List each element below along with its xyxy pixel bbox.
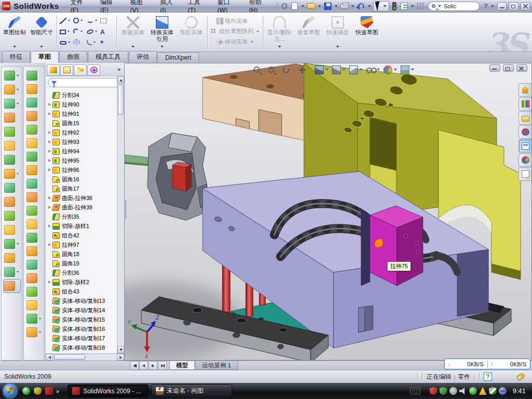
sketch-entity-dropdown[interactable] (95, 31, 97, 32)
next-tab-button[interactable] (149, 361, 157, 370)
tree-item[interactable]: 切除-放样2 (47, 277, 124, 287)
sketch-entity-dropdown[interactable] (81, 20, 83, 21)
task-pane-tab[interactable] (518, 139, 531, 153)
sketch-entity-button[interactable] (60, 15, 73, 26)
view-tool-button[interactable] (298, 65, 312, 74)
toolbar-button[interactable] (4, 83, 20, 97)
tree-item[interactable]: 拉伸95 (47, 156, 124, 165)
view-tool-dropdown[interactable] (360, 69, 363, 71)
tool-dropdown[interactable] (17, 173, 19, 175)
doc-close-button[interactable] (516, 64, 527, 72)
tree-item[interactable]: 拉伸97 (47, 240, 124, 249)
sketch-entity-button[interactable] (73, 15, 87, 26)
quick-launch-icon[interactable] (34, 387, 42, 395)
tool-dropdown[interactable] (17, 271, 19, 273)
tree-item[interactable]: 组合43 (47, 287, 124, 296)
tree-item[interactable]: 拉伸90 (47, 100, 124, 109)
expand-arrow-icon[interactable] (48, 140, 51, 143)
open-dropdown[interactable] (318, 5, 321, 7)
expand-arrow-icon[interactable] (48, 159, 51, 162)
command-dropdown[interactable] (256, 31, 259, 33)
panel-tab[interactable] (87, 64, 100, 76)
keyboard-layout-icon[interactable] (410, 388, 420, 394)
taskbar-task-button[interactable]: SolidWorks 2009 - ... (68, 384, 149, 397)
toolbar-button[interactable] (26, 69, 42, 82)
expand-arrow-icon[interactable] (48, 196, 51, 200)
undo-button[interactable] (358, 3, 364, 9)
taskbar-clock[interactable]: 9:41 (513, 387, 526, 395)
toolbar-button[interactable] (4, 97, 20, 111)
sketch-entity-dropdown[interactable] (95, 20, 97, 21)
tree-item[interactable]: 分割36 (47, 268, 124, 277)
toolbar-button[interactable] (4, 167, 20, 181)
view-tool-button[interactable] (268, 66, 280, 73)
toolbar-button[interactable] (26, 163, 42, 177)
ribbon-tab[interactable]: 特征 (2, 51, 30, 63)
tree-item[interactable]: 组合42 (47, 231, 124, 240)
command-button[interactable]: 等距实体 (177, 15, 206, 49)
toolbar-button[interactable] (26, 150, 42, 163)
scroll-down-button[interactable] (117, 346, 124, 353)
doc-restore-button[interactable] (503, 64, 514, 72)
toolbar-button[interactable] (4, 181, 20, 195)
toolbar-button[interactable] (26, 231, 42, 244)
quick-launch-icon[interactable] (45, 387, 53, 395)
task-pane-tab[interactable] (518, 97, 531, 111)
restore-button[interactable] (509, 2, 518, 10)
scroll-right-button[interactable] (117, 354, 124, 361)
print-dropdown[interactable] (351, 5, 354, 7)
tree-item[interactable]: 拉伸96 (47, 165, 124, 175)
tree-item[interactable]: 圆角17 (47, 184, 124, 193)
print-button[interactable] (340, 4, 349, 9)
command-button[interactable]: 移动实体 (215, 37, 256, 47)
help-button[interactable]: ? (483, 2, 489, 10)
toolbar-button[interactable] (26, 96, 42, 109)
view-tool-button[interactable] (283, 66, 295, 73)
tray-icon[interactable] (440, 387, 447, 395)
command-dropdown[interactable] (278, 46, 281, 48)
command-button[interactable]: 显示/删除几... (265, 15, 294, 49)
ribbon-tab[interactable]: 评估 (129, 51, 157, 63)
panel-overflow-chevron[interactable]: » (117, 66, 122, 72)
save-dropdown[interactable] (335, 5, 338, 7)
tool-dropdown[interactable] (39, 331, 41, 333)
toolbar-button[interactable] (4, 139, 20, 153)
panel-tab[interactable] (60, 64, 73, 76)
expand-arrow-icon[interactable] (48, 281, 51, 284)
tree-item[interactable]: 圆角18 (47, 249, 124, 259)
toolbar-button[interactable] (4, 111, 20, 125)
view-tool-button[interactable] (332, 65, 347, 74)
sketch-entity-dropdown[interactable] (68, 42, 70, 43)
toolbar-button[interactable] (3, 279, 21, 293)
toolbar-button[interactable] (26, 258, 42, 271)
sketch-entity-button[interactable] (60, 26, 73, 37)
sketch-entity-dropdown[interactable] (68, 20, 70, 21)
expand-arrow-icon[interactable] (48, 206, 51, 209)
undo-dropdown[interactable] (368, 5, 371, 7)
toolbar-button[interactable] (26, 123, 42, 136)
view-tool-button[interactable] (254, 66, 265, 73)
search-input[interactable] (444, 3, 471, 9)
panel-splitter-handle[interactable] (125, 200, 126, 219)
task-pane-tab[interactable] (518, 153, 531, 167)
view-tool-button[interactable] (383, 65, 398, 74)
tray-icon[interactable] (459, 387, 467, 395)
command-button[interactable]: 线性草图阵列 (209, 27, 261, 36)
model-tab[interactable]: 模型 (169, 361, 195, 370)
tree-item[interactable]: 圆角16 (47, 175, 124, 184)
help-dropdown[interactable] (491, 5, 494, 7)
tree-item[interactable]: 拉伸92 (47, 128, 124, 137)
tree-item[interactable]: 曲面-拉伸39 (47, 203, 124, 212)
toolbar-button[interactable] (4, 69, 20, 83)
new-document-button[interactable] (291, 2, 298, 10)
expand-arrow-icon[interactable] (48, 103, 51, 106)
command-button[interactable]: 修复草图 (294, 15, 323, 49)
tray-icon[interactable] (469, 387, 477, 395)
toolbar-button[interactable] (4, 223, 20, 237)
toolbar-button[interactable] (26, 325, 42, 339)
quick-launch-icon[interactable] (22, 387, 30, 395)
view-tool-button[interactable] (401, 65, 415, 74)
task-pane-tab[interactable] (518, 167, 531, 181)
view-tool-button[interactable] (349, 65, 364, 74)
command-button[interactable]: 剪裁实体 (118, 15, 148, 49)
